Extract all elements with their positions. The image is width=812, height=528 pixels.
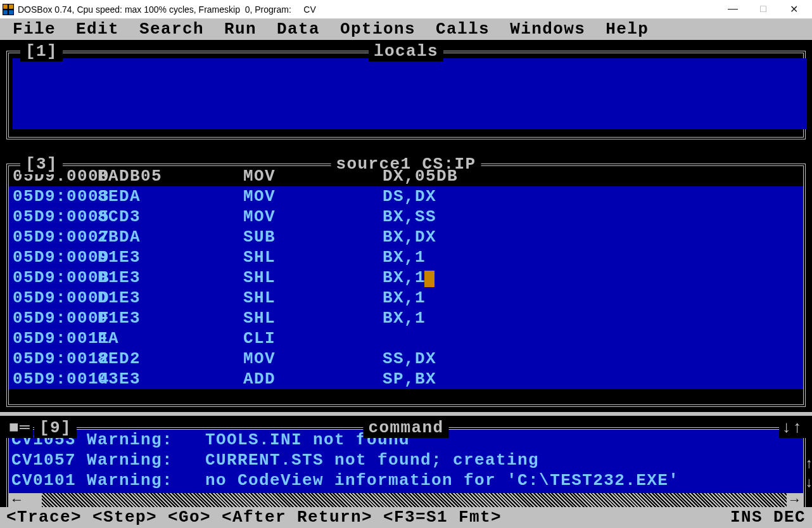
asm-addr: 05D9:0009 <box>9 248 98 267</box>
command-messages: CV1053 Warning: TOOLS.INI not foundCV105… <box>9 430 803 493</box>
svg-rect-2 <box>9 4 13 9</box>
asm-bytes: D1E3 <box>98 268 243 288</box>
panel-splitter[interactable] <box>0 412 812 416</box>
scroll-left-icon[interactable]: ← <box>9 493 25 507</box>
asm-bytes: 8EDA <box>98 187 243 207</box>
panel-command-title: command <box>363 418 448 438</box>
disassembly-list: 05D9:0000BADB05MOVDX,05DB05D9:00038EDAMO… <box>9 166 803 389</box>
panel-locals-body <box>13 58 807 129</box>
minimize-button[interactable]: — <box>723 3 742 15</box>
panel-locals-title: locals <box>369 42 443 61</box>
asm-row[interactable]: 05D9:00072BDASUBBX,DX <box>9 227 803 247</box>
asm-addr: 05D9:000B <box>9 268 98 288</box>
asm-bytes: BADB05 <box>98 167 243 186</box>
asm-mnemonic: CLI <box>243 329 383 349</box>
asm-row[interactable]: 05D9:000FD1E3SHLBX,1 <box>9 308 803 328</box>
panel-source-body: 05D9:0000BADB05MOVDX,05DB05D9:00038EDAMO… <box>9 166 803 404</box>
asm-row[interactable]: 05D9:00038EDAMOVDS,DX <box>9 186 803 207</box>
asm-mnemonic: MOV <box>243 207 383 227</box>
menu-bar: File Edit Search Run Data Options Calls … <box>0 19 812 40</box>
panel-command-left-symbol: ■═ <box>6 418 33 438</box>
asm-addr: 05D9:0005 <box>9 207 98 227</box>
asm-addr: 05D9:0014 <box>9 370 98 389</box>
asm-addr: 05D9:0012 <box>9 349 98 369</box>
menu-edit[interactable]: Edit <box>76 20 119 39</box>
menu-help[interactable]: Help <box>606 20 649 39</box>
panel-source-tag: [3] <box>20 155 63 174</box>
asm-mnemonic: MOV <box>243 349 383 369</box>
asm-row[interactable]: 05D9:001403E3ADDSP,BX <box>9 369 803 389</box>
asm-bytes: D1E3 <box>98 248 243 267</box>
status-shortcuts: <Trace> <Step> <Go> <After Return> <F3=S… <box>6 508 502 527</box>
asm-row[interactable]: 05D9:00058CD3MOVBX,SS <box>9 207 803 227</box>
panel-command-right-symbol: ↓↑ <box>779 418 806 438</box>
asm-mnemonic: MOV <box>243 187 383 207</box>
close-button[interactable]: ✕ <box>784 3 803 15</box>
menu-run[interactable]: Run <box>224 20 257 39</box>
menu-options[interactable]: Options <box>340 20 416 39</box>
panel-command[interactable]: ■═ [9] command ↓↑ CV1053 Warning: TOOLS.… <box>6 427 806 510</box>
status-mode: INS DEC <box>730 508 806 527</box>
asm-mnemonic: SUB <box>243 228 383 247</box>
asm-row[interactable]: 05D9:0009D1E3SHLBX,1 <box>9 247 803 267</box>
asm-bytes: 2BDA <box>98 228 243 247</box>
asm-mnemonic: SHL <box>243 248 383 267</box>
window-titlebar: DOSBox 0.74, Cpu speed: max 100% cycles,… <box>0 0 812 19</box>
asm-row[interactable]: 05D9:0000BADB05MOVDX,05DB <box>9 166 803 186</box>
menu-file[interactable]: File <box>13 20 56 39</box>
window-controls: — □ ✕ <box>723 3 809 15</box>
asm-mnemonic: SHL <box>243 268 383 288</box>
panel-command-tag: [9] <box>34 418 77 438</box>
asm-addr: 05D9:0003 <box>9 187 98 207</box>
asm-bytes: 8ED2 <box>98 349 243 369</box>
asm-row[interactable]: 05D9:000BD1E3SHLBX,1 <box>9 267 803 288</box>
text-cursor <box>424 271 435 287</box>
scrollbar-track[interactable] <box>42 493 787 507</box>
command-message: CV0101 Warning: no CodeView information … <box>9 470 803 491</box>
asm-bytes: 03E3 <box>98 370 243 389</box>
asm-bytes: D1E3 <box>98 288 243 308</box>
scroll-down-icon[interactable]: ↓ <box>803 474 812 492</box>
asm-mnemonic: ADD <box>243 370 383 389</box>
asm-bytes: FA <box>98 329 243 349</box>
menu-data[interactable]: Data <box>277 20 320 39</box>
window-title: DOSBox 0.74, Cpu speed: max 100% cycles,… <box>18 4 723 15</box>
menu-calls[interactable]: Calls <box>436 20 490 39</box>
menu-search[interactable]: Search <box>139 20 204 39</box>
svg-rect-3 <box>3 10 8 15</box>
asm-row[interactable]: 05D9:0011FACLI <box>9 328 803 349</box>
asm-bytes: D1E3 <box>98 309 243 328</box>
horizontal-scrollbar[interactable]: ← → <box>9 493 803 507</box>
asm-row[interactable]: 05D9:000DD1E3SHLBX,1 <box>9 288 803 308</box>
dosbox-icon <box>3 4 14 15</box>
panel-source[interactable]: [3] source1 CS:IP 05D9:0000BADB05MOVDX,0… <box>6 164 806 407</box>
asm-addr: 05D9:000D <box>9 288 98 308</box>
asm-bytes: 8CD3 <box>98 207 243 227</box>
asm-addr: 05D9:000F <box>9 309 98 328</box>
asm-mnemonic: SHL <box>243 288 383 308</box>
menu-windows[interactable]: Windows <box>510 20 585 39</box>
status-bar: <Trace> <Step> <Go> <After Return> <F3=S… <box>0 507 812 528</box>
asm-addr: 05D9:0011 <box>9 329 98 349</box>
scroll-right-icon[interactable]: → <box>787 493 803 507</box>
svg-rect-1 <box>3 4 8 9</box>
maximize-button[interactable]: □ <box>754 3 773 15</box>
asm-mnemonic: SHL <box>243 309 383 328</box>
panel-locals[interactable]: [1] locals <box>6 51 806 139</box>
panel-locals-tag: [1] <box>20 42 63 61</box>
scrollbar-thumb[interactable] <box>25 493 42 507</box>
svg-rect-4 <box>9 10 13 15</box>
asm-addr: 05D9:0007 <box>9 228 98 247</box>
asm-row[interactable]: 05D9:00128ED2MOVSS,DX <box>9 349 803 369</box>
command-message: CV1057 Warning: CURRENT.STS not found; c… <box>9 450 803 470</box>
dos-screen: File Edit Search Run Data Options Calls … <box>0 19 812 528</box>
scroll-up-icon[interactable]: ↑ <box>803 455 812 473</box>
